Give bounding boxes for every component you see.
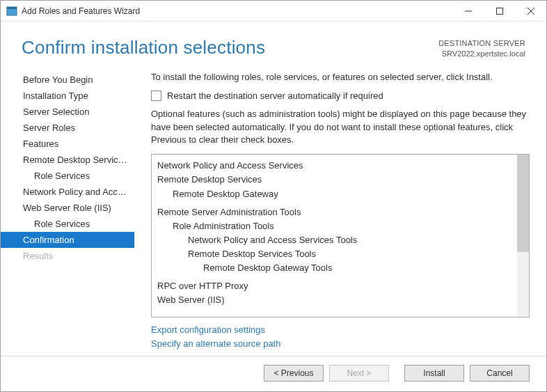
- sidebar-item: Results: [1, 248, 134, 264]
- cancel-button[interactable]: Cancel: [470, 365, 530, 382]
- sidebar-item[interactable]: Confirmation: [1, 232, 134, 248]
- list-item[interactable]: Remote Desktop Gateway: [157, 187, 512, 201]
- optional-features-note: Optional features (such as administratio…: [151, 108, 530, 148]
- sidebar-item[interactable]: Features: [1, 136, 134, 152]
- selections-listbox-inner: Network Policy and Access ServicesRemote…: [152, 155, 517, 317]
- app-icon: [6, 6, 17, 17]
- list-item[interactable]: Network Policy and Access Services: [157, 159, 512, 173]
- svg-rect-3: [496, 8, 502, 14]
- destination-server-label: DESTINATION SERVER: [438, 38, 525, 49]
- list-item[interactable]: Remote Desktop Services Tools: [157, 247, 512, 261]
- list-item[interactable]: Network Policy and Access Services Tools: [157, 233, 512, 247]
- close-button[interactable]: [515, 1, 546, 22]
- intro-text: To install the following roles, role ser…: [151, 72, 530, 82]
- restart-checkbox-label: Restart the destination server automatic…: [167, 91, 383, 101]
- sidebar-item[interactable]: Web Server Role (IIS): [1, 200, 134, 216]
- destination-server-block: DESTINATION SERVER SRV2022.xpertstec.loc…: [438, 37, 525, 59]
- next-button: Next >: [329, 365, 389, 382]
- export-config-link[interactable]: Export configuration settings: [151, 323, 530, 337]
- scrollbar[interactable]: [517, 155, 529, 317]
- restart-checkbox-row: Restart the destination server automatic…: [151, 91, 530, 101]
- minimize-button[interactable]: [452, 1, 484, 22]
- selections-listbox[interactable]: Network Policy and Access ServicesRemote…: [151, 154, 530, 317]
- alternate-source-link[interactable]: Specify an alternate source path: [151, 337, 530, 351]
- sidebar-item[interactable]: Remote Desktop Services: [1, 152, 134, 168]
- list-item[interactable]: Role Administration Tools: [157, 219, 512, 233]
- header: Confirm installation selections DESTINAT…: [1, 22, 546, 65]
- list-item[interactable]: Remote Desktop Gateway Tools: [157, 261, 512, 275]
- sidebar-item[interactable]: Server Selection: [1, 104, 134, 120]
- links-block: Export configuration settings Specify an…: [151, 317, 530, 356]
- main-panel: To install the following roles, role ser…: [134, 69, 546, 356]
- sidebar-item[interactable]: Before You Begin: [1, 72, 134, 88]
- sidebar-item[interactable]: Role Services: [1, 168, 134, 184]
- page-title: Confirm installation selections: [22, 37, 438, 58]
- previous-button[interactable]: < Previous: [264, 365, 324, 382]
- sidebar-item[interactable]: Network Policy and Acces...: [1, 184, 134, 200]
- destination-server-value: SRV2022.xpertstec.local: [438, 49, 525, 59]
- maximize-button[interactable]: [484, 1, 515, 22]
- titlebar: Add Roles and Features Wizard: [1, 1, 546, 22]
- sidebar-item[interactable]: Server Roles: [1, 120, 134, 136]
- svg-rect-1: [7, 7, 17, 9]
- install-button[interactable]: Install: [404, 365, 464, 382]
- list-item[interactable]: Remote Server Administration Tools: [157, 205, 512, 219]
- restart-checkbox[interactable]: [151, 91, 161, 101]
- footer: < Previous Next > Install Cancel: [1, 356, 546, 391]
- body: Before You BeginInstallation TypeServer …: [1, 65, 546, 356]
- list-item[interactable]: Remote Desktop Services: [157, 173, 512, 187]
- window-title: Add Roles and Features Wizard: [22, 6, 452, 16]
- sidebar: Before You BeginInstallation TypeServer …: [1, 69, 134, 356]
- list-item[interactable]: RPC over HTTP Proxy: [157, 279, 512, 293]
- sidebar-item[interactable]: Role Services: [1, 216, 134, 232]
- scrollbar-thumb[interactable]: [517, 155, 529, 252]
- sidebar-item[interactable]: Installation Type: [1, 88, 134, 104]
- list-item[interactable]: Web Server (IIS): [157, 293, 512, 307]
